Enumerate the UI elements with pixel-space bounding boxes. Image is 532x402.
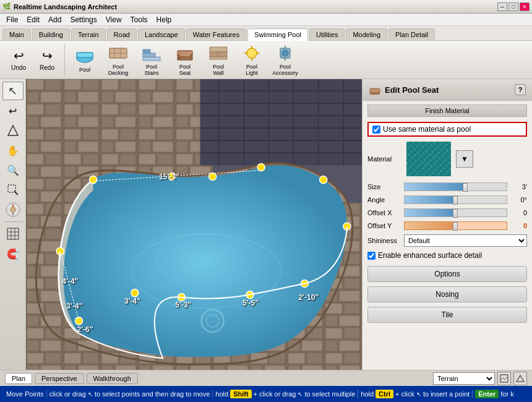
svg-text:2'-10": 2'-10": [298, 293, 319, 302]
tab-bar: Main Building Terrain Road Landscape Wat…: [0, 26, 532, 41]
enter-badge: Enter: [475, 390, 499, 398]
snap-tool[interactable]: [2, 121, 24, 140]
material-row: Material ▼: [367, 142, 527, 176]
area-zoom-tool[interactable]: [2, 181, 24, 199]
tab-plan-detail[interactable]: Plan Detail: [388, 28, 435, 40]
shininess-label: Shininess: [367, 237, 401, 244]
svg-point-79: [90, 176, 97, 184]
tool-pool-wall[interactable]: PoolWall: [202, 44, 234, 76]
shininess-select[interactable]: Default Low Medium High: [404, 234, 527, 247]
tab-utilities[interactable]: Utilities: [309, 28, 345, 40]
canvas-area[interactable]: 15'-3" 4'-4" 3'-4" 3'-4" 5'-3" 5'-5" 2'-…: [26, 79, 362, 370]
tool-pool-decking[interactable]: PoolDecking: [102, 44, 134, 76]
terrain-option-2[interactable]: [513, 372, 527, 385]
title-bar: 🌿 Realtime Landscaping Architect ─ □ ✕: [0, 0, 532, 14]
enhanced-checkbox[interactable]: [367, 252, 375, 260]
tool-pool-seat[interactable]: PoolSeat: [169, 44, 201, 76]
svg-text:5'-5": 5'-5": [242, 299, 259, 307]
status-click-drag: click or drag ↖ to select points and the…: [47, 390, 213, 398]
menu-help[interactable]: Help: [153, 15, 176, 25]
svg-rect-12: [190, 54, 192, 60]
menu-settings[interactable]: Settings: [66, 15, 100, 25]
terrain-option-1[interactable]: [497, 372, 511, 385]
menu-edit[interactable]: Edit: [23, 15, 43, 25]
toolbar-separator: [64, 45, 65, 75]
svg-rect-1: [77, 53, 93, 58]
tab-swimming-pool[interactable]: Swimming Pool: [247, 28, 308, 41]
maximize-button[interactable]: □: [508, 2, 518, 11]
close-button[interactable]: ✕: [520, 2, 530, 11]
svg-text:2'-6": 2'-6": [77, 325, 93, 334]
tile-button[interactable]: Tile: [367, 307, 527, 323]
status-ctrl: hold Ctrl + click ↖ to insert a point: [358, 390, 473, 398]
tab-modeling[interactable]: Modeling: [346, 28, 387, 40]
use-same-material-label: Use same material as pool: [383, 125, 471, 134]
material-dropdown[interactable]: ▼: [456, 150, 473, 168]
zoom-tool[interactable]: 🔍: [2, 161, 24, 179]
pool-scene: 15'-3" 4'-4" 3'-4" 3'-4" 5'-3" 5'-5" 2'-…: [26, 79, 362, 370]
svg-rect-101: [370, 92, 380, 95]
undo-tool[interactable]: ↩: [2, 101, 24, 120]
svg-text:15'-3": 15'-3": [159, 173, 179, 181]
tab-water-features[interactable]: Water Features: [186, 28, 246, 40]
offset-x-row: Offset X 0: [367, 208, 527, 217]
svg-rect-13: [210, 47, 227, 52]
offset-y-row: Offset Y 0: [367, 221, 527, 230]
minimize-button[interactable]: ─: [497, 2, 507, 11]
panel-header: Edit Pool Seat ?: [363, 79, 532, 101]
angle-value: 0°: [510, 196, 527, 203]
bottom-bar: Plan Perspective Walkthrough Terrain Fla…: [0, 370, 532, 386]
angle-label: Angle: [367, 196, 401, 203]
options-button[interactable]: Options: [367, 266, 527, 282]
size-label: Size: [367, 183, 401, 190]
tab-landscape[interactable]: Landscape: [138, 28, 185, 40]
view-tab-walkthrough[interactable]: Walkthrough: [87, 373, 138, 384]
use-same-material-checkbox[interactable]: [372, 126, 380, 134]
undo-button[interactable]: ↩ Undo: [5, 44, 32, 76]
svg-rect-15: [218, 52, 227, 57]
redo-button[interactable]: ↪ Redo: [33, 44, 61, 76]
grid-tool[interactable]: [2, 225, 24, 243]
svg-marker-103: [517, 375, 524, 382]
select-tool[interactable]: ↖: [2, 82, 24, 100]
size-slider[interactable]: [404, 182, 507, 191]
help-button[interactable]: ?: [515, 84, 526, 95]
offset-y-slider[interactable]: [404, 221, 507, 230]
offset-y-value: 0: [510, 222, 527, 229]
svg-text:3'-4": 3'-4": [124, 297, 140, 306]
offset-x-slider[interactable]: [404, 208, 507, 217]
menu-add[interactable]: Add: [45, 15, 65, 25]
svg-rect-11: [178, 54, 180, 60]
material-preview[interactable]: [406, 142, 451, 176]
tab-terrain[interactable]: Terrain: [71, 28, 106, 40]
terrain-select[interactable]: Terrain Flat Custom: [433, 372, 495, 385]
tab-main[interactable]: Main: [2, 28, 31, 40]
tool-pool-accessory[interactable]: PoolAccessory: [269, 44, 301, 76]
nosing-button[interactable]: Nosing: [367, 286, 527, 302]
pan-tool[interactable]: ✋: [2, 141, 24, 160]
right-panel: Edit Pool Seat ? Finish Material Use sam…: [362, 79, 532, 370]
menu-bar: File Edit Add Settings View Tools Help: [0, 14, 532, 26]
size-row: Size 3': [367, 182, 527, 191]
size-value: 3': [510, 183, 527, 190]
tool-pool[interactable]: Pool: [69, 44, 101, 76]
tab-building[interactable]: Building: [32, 28, 70, 40]
tool-pool-light[interactable]: PoolLight: [236, 44, 268, 76]
menu-view[interactable]: View: [102, 15, 126, 25]
menu-file[interactable]: File: [2, 15, 22, 25]
left-toolbar: ↖ ↩ ✋ 🔍: [0, 79, 26, 370]
svg-point-82: [320, 176, 327, 184]
view-tab-plan[interactable]: Plan: [5, 373, 32, 384]
magnet-tool[interactable]: 🧲: [2, 244, 24, 263]
menu-tools[interactable]: Tools: [127, 15, 152, 25]
tab-road[interactable]: Road: [107, 28, 137, 40]
view-tab-perspective[interactable]: Perspective: [35, 373, 84, 384]
status-bar: Move Points click or drag ↖ to select po…: [0, 386, 532, 402]
toolbar: ↩ Undo ↪ Redo Pool: [0, 41, 532, 79]
offset-x-label: Offset X: [367, 209, 401, 216]
compass-tool[interactable]: [2, 200, 24, 219]
angle-slider[interactable]: [404, 195, 507, 204]
tool-pool-stairs[interactable]: PoolStairs: [135, 44, 168, 76]
use-same-material-row: Use same material as pool: [367, 122, 527, 137]
offset-x-value: 0: [510, 209, 527, 216]
